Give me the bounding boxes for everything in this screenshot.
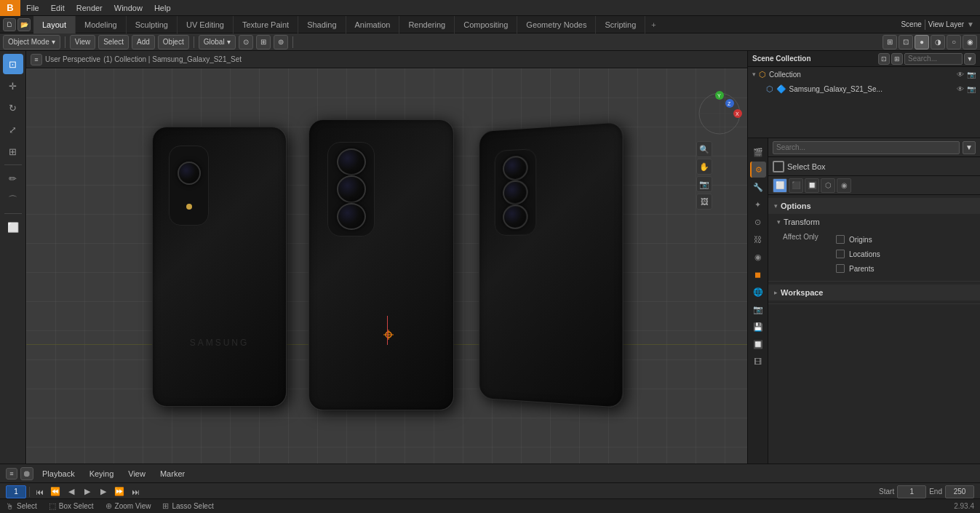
menu-render[interactable]: Render bbox=[71, 0, 108, 16]
current-frame-input[interactable]: 1 bbox=[6, 485, 26, 498]
world-icon[interactable]: 🌐 bbox=[750, 284, 766, 300]
view-layer-prop-icon[interactable]: 🔲 bbox=[750, 336, 766, 352]
open-file-icon[interactable]: 📂 bbox=[17, 18, 31, 31]
transform-pivot-btn[interactable]: ⊙ bbox=[239, 35, 253, 49]
options-header[interactable]: ▾ Options bbox=[768, 198, 980, 214]
xray-btn[interactable]: ⊡ bbox=[899, 35, 913, 49]
tab-modeling[interactable]: Modeling bbox=[76, 16, 127, 33]
playback-menu[interactable]: Playback bbox=[36, 468, 81, 480]
workspace-section-header[interactable]: ▸ Workspace bbox=[768, 285, 980, 301]
menu-file[interactable]: File bbox=[20, 0, 45, 16]
origins-checkbox[interactable] bbox=[836, 235, 845, 244]
measure-tool[interactable]: ⌒ bbox=[3, 190, 23, 210]
jump-start-btn[interactable]: ⏮ bbox=[33, 485, 46, 498]
solid-shading-btn[interactable]: ● bbox=[915, 35, 929, 49]
add-cube-tool[interactable]: ⬜ bbox=[3, 217, 23, 237]
view-menu[interactable]: View bbox=[122, 468, 151, 480]
viewport-menu-icon[interactable]: ≡ bbox=[31, 54, 42, 65]
select-menu-btn[interactable]: Select bbox=[98, 35, 129, 49]
rotate-tool[interactable]: ↻ bbox=[3, 98, 23, 118]
blender-logo[interactable]: B bbox=[0, 0, 20, 16]
new-file-icon[interactable]: 🗋 bbox=[3, 18, 16, 31]
tab-sculpting[interactable]: Sculpting bbox=[127, 16, 178, 33]
move-tool[interactable]: ✛ bbox=[3, 76, 23, 96]
tab-scripting[interactable]: Scripting bbox=[596, 16, 645, 33]
proportional-btn[interactable]: ⊚ bbox=[274, 35, 288, 49]
physics-prop-icon[interactable]: ⊙ bbox=[750, 214, 766, 230]
marker-menu[interactable]: Marker bbox=[154, 468, 191, 480]
scene-settings-icon[interactable]: 🎞 bbox=[750, 354, 766, 370]
prev-frame-btn[interactable]: ◀ bbox=[65, 485, 78, 498]
prop-search-input[interactable] bbox=[773, 141, 960, 154]
mode-icon-5[interactable]: ◉ bbox=[837, 178, 851, 193]
output-icon[interactable]: 💾 bbox=[750, 319, 766, 335]
constraint-prop-icon[interactable]: ⛓ bbox=[750, 231, 766, 247]
view-menu-btn[interactable]: View bbox=[70, 35, 96, 49]
samsung-render-icon[interactable]: 📷 bbox=[967, 85, 976, 93]
outliner-filter-btn[interactable]: ⊡ bbox=[878, 53, 890, 65]
camera-viewport-icon[interactable]: 📷 bbox=[696, 176, 712, 192]
menu-window[interactable]: Window bbox=[108, 0, 148, 16]
prev-keyframe-btn[interactable]: ⏪ bbox=[49, 485, 62, 498]
object-mode-btn[interactable]: Object Mode ▾ bbox=[3, 35, 60, 49]
outliner-item-collection[interactable]: ▾ ⬡ Collection 👁 📷 bbox=[748, 67, 980, 81]
tab-uv-editing[interactable]: UV Editing bbox=[178, 16, 234, 33]
next-keyframe-btn[interactable]: ⏩ bbox=[113, 485, 126, 498]
global-transform-btn[interactable]: Global ▾ bbox=[199, 35, 236, 49]
transform-tool[interactable]: ⊞ bbox=[3, 141, 23, 162]
tab-texture-paint[interactable]: Texture Paint bbox=[234, 16, 298, 33]
mode-icon-1[interactable]: ⬜ bbox=[773, 178, 787, 193]
locations-checkbox[interactable] bbox=[836, 250, 845, 258]
add-workspace-tab[interactable]: + bbox=[645, 19, 661, 31]
overlay-btn[interactable]: ⊞ bbox=[883, 35, 897, 49]
object-data-icon[interactable]: ◉ bbox=[750, 249, 766, 265]
jump-end-btn[interactable]: ⏭ bbox=[129, 485, 142, 498]
tab-geometry-nodes[interactable]: Geometry Nodes bbox=[517, 16, 596, 33]
tab-compositing[interactable]: Compositing bbox=[455, 16, 517, 33]
object-prop-icon[interactable]: ⚙ bbox=[750, 162, 766, 178]
zoom-viewport-icon[interactable]: 🔍 bbox=[696, 141, 712, 157]
scale-tool[interactable]: ⤢ bbox=[3, 119, 23, 140]
menu-help[interactable]: Help bbox=[148, 0, 177, 16]
samsung-vis-icon[interactable]: 👁 bbox=[957, 85, 964, 93]
frame-viewport-icon[interactable]: 🖼 bbox=[696, 194, 712, 210]
annotate-tool[interactable]: ✏ bbox=[3, 168, 23, 188]
outliner-sort-btn[interactable]: ⊞ bbox=[891, 53, 903, 65]
rendered-btn[interactable]: ◉ bbox=[963, 35, 977, 49]
material-shading-btn[interactable]: ◑ bbox=[931, 35, 945, 49]
tab-shading[interactable]: Shading bbox=[298, 16, 346, 33]
snap-btn[interactable]: ⊞ bbox=[256, 35, 271, 49]
collection-vis-icon[interactable]: 👁 bbox=[957, 71, 964, 79]
mode-icon-3[interactable]: 🔲 bbox=[805, 178, 819, 193]
end-frame-input[interactable]: 250 bbox=[945, 485, 974, 498]
parents-checkbox[interactable] bbox=[836, 264, 845, 273]
object-menu-btn[interactable]: Object bbox=[158, 35, 189, 49]
tab-layout[interactable]: Layout bbox=[33, 16, 76, 33]
tab-animation[interactable]: Animation bbox=[346, 16, 400, 33]
navigation-gizmo[interactable]: X Y Z bbox=[696, 90, 743, 137]
next-frame-btn[interactable]: ▶ bbox=[97, 485, 110, 498]
outliner-search-filter-btn[interactable]: ▼ bbox=[964, 53, 976, 65]
record-btn[interactable]: ⏺ bbox=[20, 467, 33, 480]
start-frame-input[interactable]: 1 bbox=[897, 485, 926, 498]
viewport[interactable]: ≡ User Perspective (1) Collection | Sams… bbox=[26, 51, 747, 464]
outliner-search-input[interactable] bbox=[904, 53, 963, 65]
mode-icon-2[interactable]: ⬛ bbox=[789, 178, 803, 193]
modifier-prop-icon[interactable]: 🔧 bbox=[750, 179, 766, 195]
transform-section-header[interactable]: ▾ Transform bbox=[768, 214, 980, 230]
render-preview-btn[interactable]: ○ bbox=[947, 35, 961, 49]
keying-menu[interactable]: Keying bbox=[84, 468, 120, 480]
pan-viewport-icon[interactable]: ✋ bbox=[696, 159, 712, 175]
tab-rendering[interactable]: Rendering bbox=[399, 16, 455, 33]
mode-icon-4[interactable]: ⬡ bbox=[821, 178, 835, 193]
material-icon[interactable]: ◼ bbox=[750, 266, 766, 282]
prop-filter-btn[interactable]: ▼ bbox=[963, 141, 976, 154]
select-box-tool[interactable]: ⊡ bbox=[3, 54, 23, 74]
render-icon[interactable]: 📷 bbox=[750, 301, 766, 317]
timeline-menu-icon[interactable]: ≡ bbox=[6, 468, 17, 480]
collection-render-icon[interactable]: 📷 bbox=[967, 71, 976, 79]
particle-prop-icon[interactable]: ✦ bbox=[750, 196, 766, 212]
outliner-item-samsung[interactable]: ⬡ 🔷 Samsung_Galaxy_S21_Se... 👁 📷 bbox=[757, 81, 980, 96]
menu-edit[interactable]: Edit bbox=[45, 0, 71, 16]
filter-icon[interactable]: ▼ bbox=[967, 20, 974, 28]
